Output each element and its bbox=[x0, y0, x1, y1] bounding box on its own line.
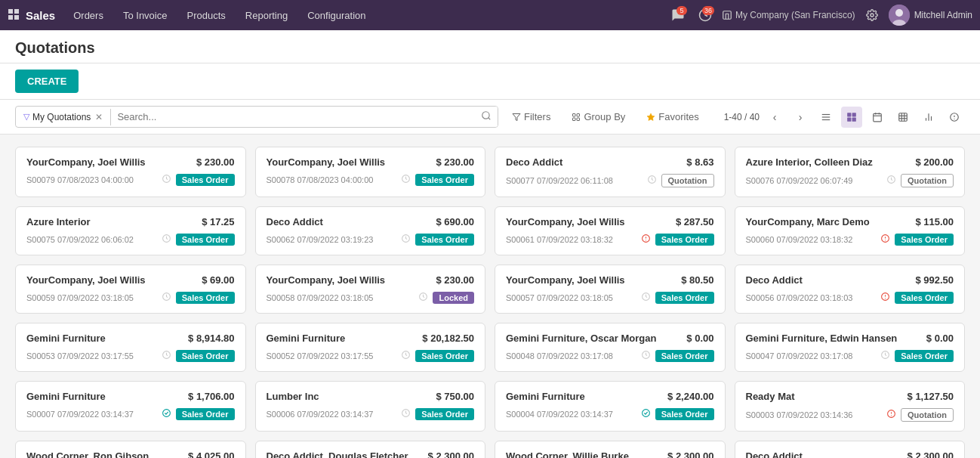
card-customer-name: Deco Addict bbox=[746, 450, 901, 458]
search-input[interactable] bbox=[111, 107, 475, 126]
card-item[interactable]: Gemini Furniture $ 8,914.80 S00053 07/09… bbox=[15, 323, 246, 372]
card-status-icon bbox=[641, 292, 651, 304]
menu-configuration[interactable]: Configuration bbox=[298, 5, 374, 26]
card-item[interactable]: Gemini Furniture $ 1,706.00 S00007 07/09… bbox=[15, 381, 246, 432]
app-logo[interactable]: Sales bbox=[8, 8, 55, 22]
card-top: Gemini Furniture, Edwin Hansen $ 0.00 bbox=[746, 333, 954, 344]
search-button[interactable] bbox=[475, 107, 498, 127]
card-status-icon bbox=[641, 350, 651, 362]
chart-icon bbox=[923, 112, 934, 122]
card-status-icon bbox=[418, 292, 428, 304]
filter-icon bbox=[512, 113, 521, 122]
card-status-icon bbox=[162, 174, 171, 186]
card-meta: S00048 07/09/2022 03:17:08 bbox=[506, 351, 636, 361]
card-meta: S00079 07/08/2023 04:00:00 bbox=[26, 175, 157, 184]
card-status-icon bbox=[162, 234, 171, 246]
toolbar: ▽ My Quotations ✕ Filters Group By Favor… bbox=[0, 100, 980, 135]
card-item[interactable]: Gemini Furniture $ 2,240.00 S00004 07/09… bbox=[495, 381, 726, 432]
menu-products[interactable]: Products bbox=[177, 5, 234, 26]
card-amount: $ 4,025.00 bbox=[188, 450, 234, 458]
card-top: YourCompany, Joel Willis $ 230.00 bbox=[26, 156, 235, 168]
card-top: YourCompany, Joel Willis $ 230.00 bbox=[267, 274, 475, 286]
menu-reporting[interactable]: Reporting bbox=[236, 5, 297, 26]
card-meta: S00007 07/09/2022 03:14:37 bbox=[26, 410, 157, 419]
favorites-button[interactable]: Favorites bbox=[639, 107, 706, 126]
kanban-icon bbox=[846, 112, 857, 122]
card-item[interactable]: Azure Interior $ 17.25 S00075 07/09/2022… bbox=[15, 206, 246, 255]
menu-to-invoice[interactable]: To Invoice bbox=[114, 5, 177, 26]
card-top: Gemini Furniture $ 1,706.00 bbox=[26, 391, 235, 402]
card-amount: $ 2,300.00 bbox=[667, 450, 713, 458]
card-item[interactable]: Deco Addict $ 992.50 S00056 07/09/2022 0… bbox=[735, 265, 966, 314]
card-item[interactable]: Deco Addict $ 2,300.00 S00065 07/05/2022… bbox=[735, 441, 966, 458]
card-amount: $ 1,127.50 bbox=[908, 391, 954, 402]
card-bottom: S00007 07/09/2022 03:14:37 Sales Order bbox=[26, 408, 235, 420]
company-selector[interactable]: My Company (San Francisco) bbox=[722, 10, 855, 20]
card-item[interactable]: YourCompany, Joel Willis $ 69.00 S00059 … bbox=[15, 265, 246, 314]
card-bottom: S00057 07/09/2022 03:18:05 Sales Order bbox=[506, 292, 714, 304]
card-item[interactable]: Ready Mat $ 1,127.50 S00003 07/09/2022 0… bbox=[735, 381, 966, 432]
card-customer-name: Gemini Furniture bbox=[26, 391, 182, 402]
user-menu[interactable]: Mitchell Admin bbox=[889, 5, 972, 26]
card-item[interactable]: YourCompany, Joel Willis $ 287.50 S00061… bbox=[495, 206, 726, 255]
activity-view-button[interactable] bbox=[944, 107, 965, 128]
card-item[interactable]: Gemini Furniture $ 20,182.50 S00052 07/0… bbox=[255, 323, 486, 372]
activity-badge: 36 bbox=[702, 6, 714, 15]
list-view-button[interactable] bbox=[815, 107, 837, 128]
card-item[interactable]: YourCompany, Joel Willis $ 80.50 S00057 … bbox=[495, 265, 726, 314]
card-item[interactable]: YourCompany, Joel Willis $ 230.00 S00078… bbox=[255, 147, 486, 197]
table-icon bbox=[898, 112, 908, 122]
groupby-button[interactable]: Group By bbox=[564, 107, 633, 126]
activity-icon[interactable]: 36 bbox=[695, 5, 716, 26]
card-meta: S00058 07/09/2022 03:18:05 bbox=[267, 293, 414, 302]
discuss-badge: 5 bbox=[676, 6, 687, 15]
chart-view-button[interactable] bbox=[918, 107, 939, 128]
card-item[interactable]: YourCompany, Joel Willis $ 230.00 S00058… bbox=[255, 265, 486, 314]
calendar-view-button[interactable] bbox=[867, 107, 888, 128]
remove-filter-button[interactable]: ✕ bbox=[95, 112, 103, 122]
card-status-icon bbox=[641, 408, 651, 420]
card-item[interactable]: Deco Addict $ 8.63 S00077 07/09/2022 06:… bbox=[495, 147, 726, 197]
prev-page-button[interactable]: ‹ bbox=[764, 107, 785, 128]
create-button[interactable]: CREATE bbox=[15, 70, 79, 93]
svg-point-63 bbox=[642, 410, 649, 417]
card-status-badge: Sales Order bbox=[655, 292, 714, 304]
page-title: Quotations bbox=[15, 39, 95, 57]
card-top: Gemini Furniture $ 2,240.00 bbox=[506, 391, 714, 402]
cards-grid: YourCompany, Joel Willis $ 230.00 S00079… bbox=[0, 135, 980, 458]
settings-icon[interactable] bbox=[861, 5, 883, 26]
card-item[interactable]: Wood Corner, Ron Gibson $ 4,025.00 S0004… bbox=[15, 441, 246, 458]
card-bottom: S00079 07/08/2023 04:00:00 Sales Order bbox=[26, 174, 235, 186]
card-customer-name: YourCompany, Marc Demo bbox=[746, 216, 910, 227]
card-bottom: S00048 07/09/2022 03:17:08 Sales Order bbox=[506, 350, 714, 362]
card-item[interactable]: Deco Addict $ 690.00 S00062 07/09/2022 0… bbox=[255, 206, 486, 255]
filters-button[interactable]: Filters bbox=[504, 107, 558, 126]
card-amount: $ 2,300.00 bbox=[908, 450, 954, 458]
card-item[interactable]: Gemini Furniture, Oscar Morgan $ 0.00 S0… bbox=[495, 323, 726, 372]
card-status-badge: Quotation bbox=[661, 174, 714, 187]
calendar-icon bbox=[872, 112, 883, 122]
card-item[interactable]: Deco Addict, Douglas Fletcher $ 2,300.00… bbox=[255, 441, 486, 458]
menu-orders[interactable]: Orders bbox=[64, 5, 112, 26]
card-meta: S00052 07/09/2022 03:17:55 bbox=[267, 351, 397, 361]
list-icon bbox=[821, 112, 831, 122]
card-item[interactable]: YourCompany, Marc Demo $ 115.00 S00060 0… bbox=[735, 206, 966, 255]
card-item[interactable]: Azure Interior, Colleen Diaz $ 200.00 S0… bbox=[735, 147, 966, 197]
kanban-view-button[interactable] bbox=[841, 107, 862, 128]
card-top: Deco Addict $ 992.50 bbox=[746, 274, 954, 286]
svg-rect-13 bbox=[577, 113, 580, 116]
card-status-icon bbox=[647, 175, 657, 187]
card-status-icon bbox=[886, 175, 896, 187]
card-top: Deco Addict $ 8.63 bbox=[506, 156, 714, 168]
card-item[interactable]: Lumber Inc $ 750.00 S00006 07/09/2022 03… bbox=[255, 381, 486, 432]
discuss-icon[interactable]: 5 bbox=[667, 5, 689, 26]
card-bottom: S00076 07/09/2022 06:07:49 Quotation bbox=[746, 174, 954, 187]
table-view-button[interactable] bbox=[892, 107, 914, 128]
next-page-button[interactable]: › bbox=[790, 107, 811, 128]
card-item[interactable]: YourCompany, Joel Willis $ 230.00 S00079… bbox=[15, 147, 246, 197]
card-item[interactable]: Wood Corner, Willie Burke $ 2,300.00 S00… bbox=[495, 441, 726, 458]
card-customer-name: Wood Corner, Willie Burke bbox=[506, 450, 661, 458]
card-status-badge: Sales Order bbox=[415, 350, 474, 362]
card-item[interactable]: Gemini Furniture, Edwin Hansen $ 0.00 S0… bbox=[735, 323, 966, 372]
card-status-badge: Sales Order bbox=[655, 408, 714, 420]
